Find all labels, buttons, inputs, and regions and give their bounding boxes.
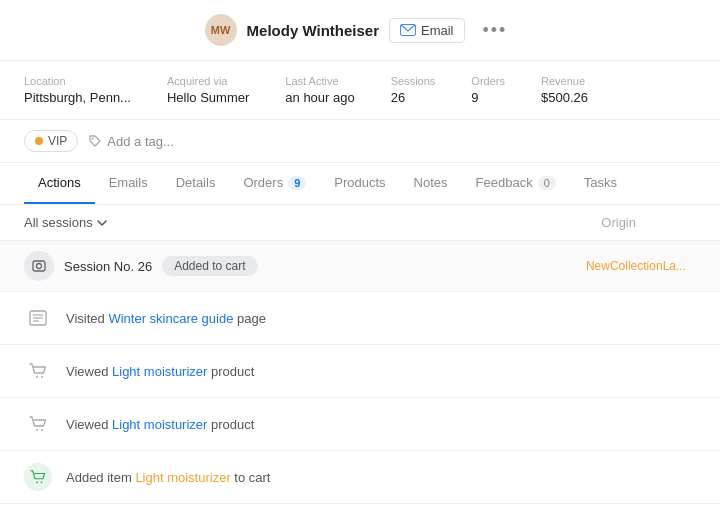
activity-row: Visited Winter skincare guide page — [0, 292, 720, 345]
stat-label: Orders — [471, 75, 505, 87]
activity-link[interactable]: Light moisturizer — [112, 417, 207, 432]
stat-item: Revenue $500.26 — [541, 75, 588, 105]
tag-icon — [88, 134, 102, 148]
stat-value: Hello Summer — [167, 90, 249, 105]
svg-point-12 — [36, 481, 38, 483]
tab-label: Details — [176, 175, 216, 190]
page-icon — [24, 304, 52, 332]
origin-label: Origin — [601, 215, 636, 230]
tab-label: Emails — [109, 175, 148, 190]
stat-label: Sessions — [391, 75, 436, 87]
activity-link[interactable]: Light moisturizer — [135, 470, 230, 485]
activity-text: Added item Light moisturizer to cart — [66, 470, 271, 485]
vip-label: VIP — [48, 134, 67, 148]
vip-tag[interactable]: VIP — [24, 130, 78, 152]
activity-text: Viewed Light moisturizer product — [66, 364, 254, 379]
cart-add-icon — [24, 463, 52, 491]
activity-row: Viewed Light moisturizer product — [0, 345, 720, 398]
cart-icon — [24, 410, 52, 438]
stat-label: Revenue — [541, 75, 588, 87]
stats-row: Location Pittsburgh, Penn... Acquired vi… — [0, 61, 720, 120]
tab-badge: 0 — [538, 176, 556, 190]
stat-item: Acquired via Hello Summer — [167, 75, 249, 105]
activities-container: Visited Winter skincare guide page Viewe… — [0, 292, 720, 504]
tab-label: Notes — [414, 175, 448, 190]
more-options-button[interactable]: ••• — [475, 16, 516, 45]
stat-item: Location Pittsburgh, Penn... — [24, 75, 131, 105]
tab-feedback[interactable]: Feedback0 — [462, 163, 570, 204]
svg-point-13 — [41, 481, 43, 483]
chevron-down-icon — [97, 220, 107, 226]
activity-row: Added item Light moisturizer to cart — [0, 451, 720, 504]
tab-details[interactable]: Details — [162, 163, 230, 204]
svg-point-9 — [41, 376, 43, 378]
avatar: MW — [205, 14, 237, 46]
email-icon — [400, 24, 416, 36]
tab-emails[interactable]: Emails — [95, 163, 162, 204]
activity-text: Visited Winter skincare guide page — [66, 311, 266, 326]
stat-value: 9 — [471, 90, 505, 105]
svg-point-10 — [36, 429, 38, 431]
svg-point-1 — [92, 138, 94, 140]
tab-badge: 9 — [288, 176, 306, 190]
svg-point-11 — [41, 429, 43, 431]
tab-tasks[interactable]: Tasks — [570, 163, 631, 204]
tab-label: Feedback — [476, 175, 533, 190]
stat-value: an hour ago — [285, 90, 354, 105]
tab-products[interactable]: Products — [320, 163, 399, 204]
add-tag-button[interactable]: Add a tag... — [88, 134, 174, 149]
user-name: Melody Wintheiser — [247, 22, 379, 39]
activity-link[interactable]: Winter skincare guide — [108, 311, 233, 326]
cart-icon — [24, 357, 52, 385]
svg-point-8 — [36, 376, 38, 378]
stat-value: $500.26 — [541, 90, 588, 105]
stat-label: Location — [24, 75, 131, 87]
all-sessions-button[interactable]: All sessions — [24, 215, 107, 230]
activity-row: Viewed Light moisturizer product — [0, 398, 720, 451]
stat-label: Last Active — [285, 75, 354, 87]
activity-text: Viewed Light moisturizer product — [66, 417, 254, 432]
session-controls: All sessions Origin — [0, 205, 720, 241]
stat-value: Pittsburgh, Penn... — [24, 90, 131, 105]
tags-row: VIP Add a tag... — [0, 120, 720, 163]
stat-value: 26 — [391, 90, 436, 105]
session-origin: NewCollectionLa... — [586, 259, 686, 273]
header: MW Melody Wintheiser Email ••• — [0, 0, 720, 61]
stat-label: Acquired via — [167, 75, 249, 87]
tab-actions[interactable]: Actions — [24, 163, 95, 204]
session-number: Session No. 26 — [64, 259, 152, 274]
session-header-row: Session No. 26 Added to cart NewCollecti… — [0, 241, 720, 292]
stat-item: Sessions 26 — [391, 75, 436, 105]
stat-item: Orders 9 — [471, 75, 505, 105]
email-button[interactable]: Email — [389, 18, 465, 43]
session-icon — [24, 251, 54, 281]
tab-label: Products — [334, 175, 385, 190]
svg-rect-2 — [33, 261, 45, 271]
vip-dot — [35, 137, 43, 145]
added-to-cart-badge: Added to cart — [162, 256, 257, 276]
stat-item: Last Active an hour ago — [285, 75, 354, 105]
tabs-row: ActionsEmailsDetailsOrders9ProductsNotes… — [0, 163, 720, 205]
tab-label: Tasks — [584, 175, 617, 190]
svg-point-3 — [37, 264, 42, 269]
tab-notes[interactable]: Notes — [400, 163, 462, 204]
activity-link[interactable]: Light moisturizer — [112, 364, 207, 379]
add-tag-label: Add a tag... — [107, 134, 174, 149]
tab-label: Actions — [38, 175, 81, 190]
tab-orders[interactable]: Orders9 — [229, 163, 320, 204]
tab-label: Orders — [243, 175, 283, 190]
